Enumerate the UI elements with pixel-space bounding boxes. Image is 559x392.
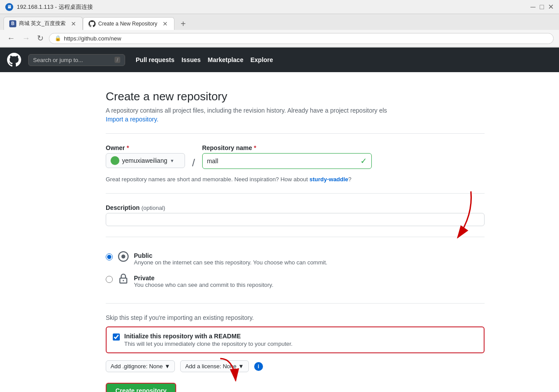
divider-3 — [106, 237, 485, 237]
visibility-section: Public Anyone on the internet can see th… — [106, 248, 485, 293]
description-optional: (optional) — [141, 205, 165, 211]
private-icon — [118, 274, 129, 287]
github-navbar: Search or jump to... / Pull requests Iss… — [0, 48, 559, 72]
nav-pull-requests[interactable]: Pull requests — [136, 56, 174, 63]
skip-text: Skip this step if you're importing an ex… — [106, 314, 485, 321]
repo-name-group: Repository name * ✓ — [202, 144, 372, 169]
url-text: https://github.com/new — [64, 35, 548, 42]
tab-github[interactable]: Create a New Repository ✕ — [83, 17, 174, 30]
license-button[interactable]: Add a license: None ▼ — [180, 360, 248, 372]
tab-close-github[interactable]: ✕ — [162, 20, 169, 27]
public-title: Public — [134, 252, 327, 259]
private-radio[interactable] — [106, 276, 113, 283]
readme-text: Initialize this repository with a README… — [124, 333, 292, 347]
tab-label-github: Create a New Repository — [98, 21, 157, 27]
nav-marketplace[interactable]: Marketplace — [208, 56, 244, 63]
forward-button[interactable]: → — [20, 33, 32, 44]
gitignore-button[interactable]: Add .gitignore: None ▼ — [106, 360, 175, 372]
gitignore-arrow-icon: ▼ — [165, 363, 170, 370]
tab-bar: B 商城 英文_百度搜索 ✕ Create a New Repository ✕… — [0, 14, 559, 30]
window-title: 192.168.1.113 - 远程桌面连接 — [17, 3, 93, 11]
page-subtitle: A repository contains all project files,… — [106, 107, 485, 114]
repo-name-required: * — [254, 144, 256, 151]
readme-desc: This will let you immediately clone the … — [124, 341, 292, 347]
dropdown-arrow-icon: ▼ — [170, 158, 174, 163]
page-title: Create a new repository — [106, 90, 485, 103]
slash-divider: / — [192, 157, 195, 169]
nav-issues[interactable]: Issues — [181, 56, 201, 63]
tab-label-baidu: 商城 英文_百度搜索 — [19, 20, 66, 27]
refresh-button[interactable]: ↻ — [35, 33, 45, 44]
repo-name-label: Repository name * — [202, 144, 372, 151]
browser-chrome: B 商城 英文_百度搜索 ✕ Create a New Repository ✕… — [0, 14, 559, 48]
divider-4 — [106, 303, 485, 304]
search-box[interactable]: Search or jump to... / — [28, 54, 125, 66]
suggestion-link[interactable]: sturdy-waddle — [309, 176, 348, 183]
create-button-container: Create repository — [106, 383, 176, 392]
readme-section: Initialize this repository with a README… — [106, 326, 485, 353]
minimize-button[interactable]: ─ — [530, 4, 536, 10]
readme-title: Initialize this repository with a README — [124, 333, 292, 340]
back-button[interactable]: ← — [5, 33, 17, 44]
nav-links: Pull requests Issues Marketplace Explore — [136, 56, 273, 63]
private-option[interactable]: Private You choose who can see and commi… — [106, 270, 485, 293]
window-controls[interactable]: ─ □ ✕ — [530, 4, 554, 10]
repo-name-input[interactable] — [207, 158, 357, 165]
main-content: Create a new repository A repository con… — [0, 72, 559, 392]
nav-explore[interactable]: Explore — [250, 56, 273, 63]
tab-favicon-github — [89, 20, 96, 27]
divider-1 — [106, 133, 485, 134]
repo-name-input-wrapper: ✓ — [202, 153, 372, 169]
owner-select[interactable]: yemuxiaweiliang ▼ — [106, 153, 185, 168]
import-link[interactable]: Import a repository. — [106, 116, 159, 123]
private-title: Private — [134, 275, 274, 282]
public-option[interactable]: Public Anyone on the internet can see th… — [106, 248, 485, 270]
owner-name: yemuxiaweiliang — [122, 157, 167, 164]
public-icon — [118, 251, 129, 264]
tab-baidu[interactable]: B 商城 英文_百度搜索 ✕ — [4, 17, 83, 30]
gitignore-label: Add .gitignore: None — [111, 363, 163, 370]
public-desc: Anyone on the internet can see this repo… — [134, 259, 327, 266]
new-tab-button[interactable]: + — [176, 18, 190, 30]
owner-repo-row: Owner * yemuxiaweiliang ▼ / Repository n… — [106, 144, 485, 169]
lock-icon: 🔒 — [55, 35, 61, 41]
nav-bar: ← → ↻ 🔒 https://github.com/new — [0, 30, 559, 47]
license-arrow-icon: ▼ — [238, 363, 244, 370]
readme-checkbox[interactable] — [113, 333, 120, 341]
description-input[interactable] — [106, 213, 485, 226]
check-icon: ✓ — [360, 156, 367, 166]
owner-label: Owner * — [106, 144, 185, 151]
address-bar[interactable]: 🔒 https://github.com/new — [49, 33, 554, 44]
description-label: Description (optional) — [106, 204, 485, 211]
owner-required: * — [126, 144, 129, 151]
github-logo[interactable] — [7, 53, 21, 67]
create-repository-button[interactable]: Create repository — [106, 383, 176, 392]
window-titlebar: 🖥 192.168.1.113 - 远程桌面连接 ─ □ ✕ — [0, 0, 559, 14]
license-label: Add a license: None — [185, 363, 236, 370]
private-desc: You choose who can see and commit to thi… — [134, 282, 274, 288]
private-info: Private You choose who can see and commi… — [134, 275, 274, 288]
tab-close-baidu[interactable]: ✕ — [70, 20, 77, 27]
public-info: Public Anyone on the internet can see th… — [134, 252, 327, 266]
owner-avatar — [111, 156, 119, 165]
public-radio[interactable] — [106, 253, 113, 260]
suggestion-text: Great repository names are short and mem… — [106, 176, 485, 183]
add-options-row: Add .gitignore: None ▼ Add a license: No… — [106, 360, 485, 372]
search-shortcut: / — [115, 57, 120, 63]
divider-2 — [106, 193, 485, 194]
maximize-button[interactable]: □ — [539, 4, 545, 10]
close-button[interactable]: ✕ — [548, 4, 554, 10]
rdp-icon: 🖥 — [5, 3, 13, 11]
tab-favicon-baidu: B — [9, 20, 16, 27]
description-group: Description (optional) — [106, 204, 485, 226]
search-placeholder: Search or jump to... — [33, 57, 111, 63]
info-icon[interactable]: i — [254, 362, 263, 371]
owner-group: Owner * yemuxiaweiliang ▼ — [106, 144, 185, 168]
